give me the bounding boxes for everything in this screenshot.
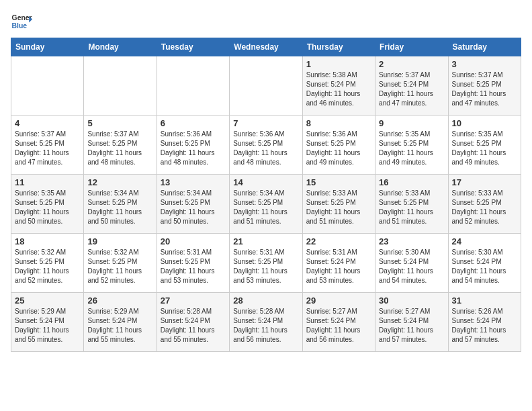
calendar-cell: 18Sunrise: 5:32 AM Sunset: 5:25 PM Dayli… (11, 234, 84, 293)
cell-text: Sunrise: 5:31 AM Sunset: 5:24 PM Dayligh… (306, 248, 371, 285)
weekday-header-thursday: Thursday (302, 38, 375, 56)
cell-text: Sunrise: 5:31 AM Sunset: 5:25 PM Dayligh… (161, 248, 226, 285)
calendar-cell: 7Sunrise: 5:36 AM Sunset: 5:25 PM Daylig… (230, 116, 302, 175)
calendar-cell: 12Sunrise: 5:34 AM Sunset: 5:25 PM Dayli… (84, 175, 157, 234)
calendar-cell (157, 56, 229, 116)
day-number: 6 (161, 118, 226, 128)
week-row-2: 4Sunrise: 5:37 AM Sunset: 5:25 PM Daylig… (11, 116, 521, 175)
calendar-cell: 13Sunrise: 5:34 AM Sunset: 5:25 PM Dayli… (157, 175, 229, 234)
calendar-cell: 28Sunrise: 5:28 AM Sunset: 5:24 PM Dayli… (230, 293, 302, 352)
calendar-cell: 24Sunrise: 5:30 AM Sunset: 5:24 PM Dayli… (448, 234, 521, 293)
cell-text: Sunrise: 5:29 AM Sunset: 5:24 PM Dayligh… (15, 307, 80, 345)
day-number: 10 (452, 118, 517, 128)
cell-text: Sunrise: 5:28 AM Sunset: 5:24 PM Dayligh… (161, 307, 226, 345)
cell-text: Sunrise: 5:28 AM Sunset: 5:24 PM Dayligh… (233, 307, 298, 345)
calendar-cell: 16Sunrise: 5:33 AM Sunset: 5:25 PM Dayli… (375, 175, 448, 234)
calendar-cell: 9Sunrise: 5:35 AM Sunset: 5:25 PM Daylig… (375, 116, 448, 175)
svg-text:Blue: Blue (12, 22, 28, 30)
calendar-cell: 26Sunrise: 5:29 AM Sunset: 5:24 PM Dayli… (84, 293, 157, 352)
logo: General Blue (11, 11, 32, 32)
cell-text: Sunrise: 5:35 AM Sunset: 5:25 PM Dayligh… (452, 130, 517, 167)
day-number: 25 (15, 295, 80, 306)
day-number: 31 (452, 295, 517, 306)
cell-text: Sunrise: 5:34 AM Sunset: 5:25 PM Dayligh… (233, 189, 298, 226)
calendar-cell: 3Sunrise: 5:37 AM Sunset: 5:25 PM Daylig… (448, 56, 521, 116)
day-number: 20 (161, 236, 226, 246)
calendar-cell (84, 56, 157, 116)
calendar-cell: 23Sunrise: 5:30 AM Sunset: 5:24 PM Dayli… (375, 234, 448, 293)
logo-icon: General Blue (11, 11, 32, 32)
calendar-cell: 14Sunrise: 5:34 AM Sunset: 5:25 PM Dayli… (230, 175, 302, 234)
day-number: 16 (379, 177, 444, 187)
cell-text: Sunrise: 5:37 AM Sunset: 5:25 PM Dayligh… (87, 130, 152, 167)
cell-text: Sunrise: 5:31 AM Sunset: 5:25 PM Dayligh… (233, 248, 298, 285)
day-number: 18 (15, 236, 80, 246)
day-number: 15 (306, 177, 371, 187)
calendar-cell: 17Sunrise: 5:33 AM Sunset: 5:25 PM Dayli… (448, 175, 521, 234)
cell-text: Sunrise: 5:33 AM Sunset: 5:25 PM Dayligh… (306, 189, 371, 226)
day-number: 28 (233, 295, 298, 306)
cell-text: Sunrise: 5:36 AM Sunset: 5:25 PM Dayligh… (233, 130, 298, 167)
cell-text: Sunrise: 5:33 AM Sunset: 5:25 PM Dayligh… (452, 189, 517, 226)
weekday-header-monday: Monday (84, 38, 157, 56)
cell-text: Sunrise: 5:32 AM Sunset: 5:25 PM Dayligh… (87, 248, 152, 285)
calendar-cell: 29Sunrise: 5:27 AM Sunset: 5:24 PM Dayli… (302, 293, 375, 352)
week-row-5: 25Sunrise: 5:29 AM Sunset: 5:24 PM Dayli… (11, 293, 521, 352)
day-number: 19 (87, 236, 152, 246)
week-row-3: 11Sunrise: 5:35 AM Sunset: 5:25 PM Dayli… (11, 175, 521, 234)
calendar-cell: 5Sunrise: 5:37 AM Sunset: 5:25 PM Daylig… (84, 116, 157, 175)
cell-text: Sunrise: 5:27 AM Sunset: 5:24 PM Dayligh… (306, 307, 371, 345)
day-number: 17 (452, 177, 517, 187)
day-number: 5 (87, 118, 152, 128)
day-number: 9 (379, 118, 444, 128)
calendar-table: SundayMondayTuesdayWednesdayThursdayFrid… (11, 38, 521, 352)
day-number: 2 (379, 59, 444, 69)
cell-text: Sunrise: 5:34 AM Sunset: 5:25 PM Dayligh… (87, 189, 152, 226)
day-number: 7 (233, 118, 298, 128)
calendar-cell: 21Sunrise: 5:31 AM Sunset: 5:25 PM Dayli… (230, 234, 302, 293)
weekday-header-saturday: Saturday (448, 38, 521, 56)
calendar-cell: 11Sunrise: 5:35 AM Sunset: 5:25 PM Dayli… (11, 175, 84, 234)
cell-text: Sunrise: 5:35 AM Sunset: 5:25 PM Dayligh… (15, 189, 80, 226)
header: General Blue (11, 11, 521, 32)
cell-text: Sunrise: 5:35 AM Sunset: 5:25 PM Dayligh… (379, 130, 444, 167)
day-number: 11 (15, 177, 80, 187)
cell-text: Sunrise: 5:27 AM Sunset: 5:24 PM Dayligh… (379, 307, 444, 345)
day-number: 24 (452, 236, 517, 246)
cell-text: Sunrise: 5:37 AM Sunset: 5:25 PM Dayligh… (452, 71, 517, 108)
day-number: 4 (15, 118, 80, 128)
day-number: 13 (161, 177, 226, 187)
day-number: 26 (87, 295, 152, 306)
day-number: 21 (233, 236, 298, 246)
cell-text: Sunrise: 5:30 AM Sunset: 5:24 PM Dayligh… (379, 248, 444, 285)
day-number: 3 (452, 59, 517, 69)
calendar-cell: 30Sunrise: 5:27 AM Sunset: 5:24 PM Dayli… (375, 293, 448, 352)
calendar-cell: 1Sunrise: 5:38 AM Sunset: 5:24 PM Daylig… (302, 56, 375, 116)
calendar-cell: 27Sunrise: 5:28 AM Sunset: 5:24 PM Dayli… (157, 293, 229, 352)
cell-text: Sunrise: 5:32 AM Sunset: 5:25 PM Dayligh… (15, 248, 80, 285)
day-number: 29 (306, 295, 371, 306)
day-number: 27 (161, 295, 226, 306)
calendar-cell: 4Sunrise: 5:37 AM Sunset: 5:25 PM Daylig… (11, 116, 84, 175)
day-number: 22 (306, 236, 371, 246)
weekday-header-tuesday: Tuesday (157, 38, 229, 56)
cell-text: Sunrise: 5:30 AM Sunset: 5:24 PM Dayligh… (452, 248, 517, 285)
calendar-cell (11, 56, 84, 116)
day-number: 30 (379, 295, 444, 306)
cell-text: Sunrise: 5:36 AM Sunset: 5:25 PM Dayligh… (161, 130, 226, 167)
calendar-cell: 31Sunrise: 5:26 AM Sunset: 5:24 PM Dayli… (448, 293, 521, 352)
calendar-cell: 8Sunrise: 5:36 AM Sunset: 5:25 PM Daylig… (302, 116, 375, 175)
day-number: 14 (233, 177, 298, 187)
calendar-page: General Blue SundayMondayTuesdayWednesda… (0, 0, 532, 363)
calendar-cell: 20Sunrise: 5:31 AM Sunset: 5:25 PM Dayli… (157, 234, 229, 293)
cell-text: Sunrise: 5:26 AM Sunset: 5:24 PM Dayligh… (452, 307, 517, 345)
cell-text: Sunrise: 5:29 AM Sunset: 5:24 PM Dayligh… (87, 307, 152, 345)
week-row-4: 18Sunrise: 5:32 AM Sunset: 5:25 PM Dayli… (11, 234, 521, 293)
cell-text: Sunrise: 5:37 AM Sunset: 5:25 PM Dayligh… (15, 130, 80, 167)
calendar-cell: 2Sunrise: 5:37 AM Sunset: 5:24 PM Daylig… (375, 56, 448, 116)
cell-text: Sunrise: 5:37 AM Sunset: 5:24 PM Dayligh… (379, 71, 444, 108)
calendar-cell: 22Sunrise: 5:31 AM Sunset: 5:24 PM Dayli… (302, 234, 375, 293)
cell-text: Sunrise: 5:36 AM Sunset: 5:25 PM Dayligh… (306, 130, 371, 167)
weekday-header-row: SundayMondayTuesdayWednesdayThursdayFrid… (11, 38, 521, 56)
weekday-header-sunday: Sunday (11, 38, 84, 56)
